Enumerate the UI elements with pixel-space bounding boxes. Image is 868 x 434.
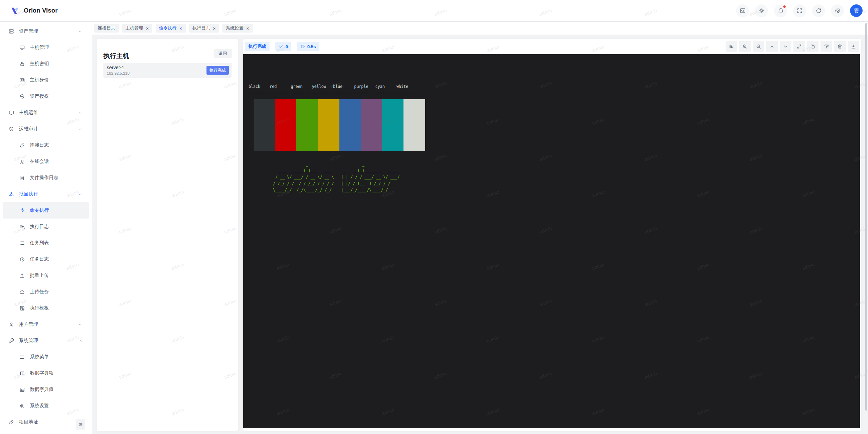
list-icon — [19, 240, 25, 246]
sidebar-item-asset-grant[interactable]: 资产授权 — [0, 88, 92, 105]
sidebar-item-label: 资产管理 — [19, 28, 38, 34]
chevron-up-icon — [769, 44, 775, 49]
copy-button[interactable] — [807, 41, 818, 52]
notification-badge — [783, 5, 786, 8]
color-block-black — [254, 99, 275, 151]
pill-label: 执行完成 — [249, 43, 266, 50]
tab-command-exec[interactable]: 命令执行× — [156, 24, 186, 33]
chevron-down-icon[interactable] — [78, 111, 82, 115]
page-scrollbar[interactable] — [865, 23, 867, 411]
table-icon — [19, 387, 25, 393]
sidebar-item-batch-exec[interactable]: 批量执行 — [0, 186, 92, 202]
sidebar-item-system-mgmt[interactable]: 系统管理 — [0, 333, 92, 349]
menu-icon — [19, 354, 25, 360]
tab-label: 执行日志 — [193, 25, 210, 31]
user-avatar[interactable]: 管 — [850, 4, 863, 17]
chevron-up-icon[interactable] — [78, 127, 82, 131]
sidebar-item-host-keys[interactable]: 主机密钥 — [0, 56, 92, 72]
sidebar-item-exec-template[interactable]: 执行模板 — [0, 300, 92, 316]
back-button[interactable]: 返回 — [214, 49, 232, 58]
sidebar-item-host-ops[interactable]: 主机运维 — [0, 105, 92, 121]
exec-status-pill: 执行完成 — [245, 42, 270, 51]
sidebar-item-host-mgmt[interactable]: 主机管理 — [0, 39, 92, 56]
tab-close-icon[interactable]: × — [213, 26, 216, 31]
sidebar-item-connect-log[interactable]: 连接日志 — [0, 137, 92, 153]
sidebar-item-dict-keys[interactable]: 数据字典项 — [0, 365, 92, 381]
theme-button[interactable] — [755, 4, 768, 17]
exec-hosts-panel: 执行主机 返回 server-1 182.92.5.218 执行完成 — [97, 39, 238, 431]
sidebar-item-label: 批量执行 — [19, 191, 38, 197]
sidebar-item-label: 连接日志 — [30, 142, 49, 148]
paint-roller-button[interactable] — [821, 41, 832, 52]
shield-icon — [19, 94, 25, 99]
sidebar-item-upload-task[interactable]: 上传任务 — [0, 284, 92, 300]
file-icon — [19, 175, 25, 181]
collapse-menu-icon — [78, 422, 83, 427]
expand-button[interactable] — [793, 41, 805, 52]
sidebar-item-file-op-log[interactable]: 文件操作日志 — [0, 170, 92, 186]
chevron-up-icon[interactable] — [78, 339, 82, 343]
zoom-out-button[interactable] — [753, 41, 764, 52]
upload-icon — [19, 273, 25, 279]
log-search-button[interactable] — [726, 41, 737, 52]
chevron-up-icon[interactable] — [78, 29, 82, 34]
shield-icon — [8, 126, 14, 132]
storage-icon — [8, 29, 14, 34]
terminal-color-blocks — [254, 99, 425, 151]
sidebar-item-command-exec[interactable]: 命令执行 — [3, 202, 89, 219]
exit-code-pill: 0 — [275, 42, 291, 51]
zoom-in-button[interactable] — [739, 41, 751, 52]
sidebar-item-task-list[interactable]: 任务列表 — [0, 235, 92, 251]
sidebar-item-online-session[interactable]: 在线会话 — [0, 153, 92, 170]
host-list-item[interactable]: server-1 182.92.5.218 执行完成 — [103, 63, 232, 78]
topbar: Orion Visor 管 — [0, 0, 868, 22]
code-window-button[interactable] — [736, 4, 749, 17]
trash-button[interactable] — [834, 41, 846, 52]
sidebar-item-dict-values[interactable]: 数据字典值 — [0, 381, 92, 398]
sidebar-item-exec-log[interactable]: 执行日志 — [0, 219, 92, 235]
settings-button[interactable] — [831, 4, 844, 17]
log-search-icon — [19, 224, 25, 230]
sidebar-collapse-button[interactable] — [76, 419, 85, 430]
zoom-in-icon — [742, 44, 748, 49]
exec-tool-buttons — [726, 41, 859, 52]
tab-connect-log[interactable]: 连接日志 — [94, 24, 119, 33]
sidebar: 资产管理主机管理主机密钥主机身份资产授权主机运维运维审计连接日志在线会话文件操作… — [0, 22, 92, 434]
scrollbar-thumb[interactable] — [865, 23, 867, 411]
sidebar-item-ops-audit[interactable]: 运维审计 — [0, 121, 92, 137]
pill-label: 0.5s — [307, 44, 316, 49]
monitor-icon — [8, 110, 14, 116]
exec-toolbar: 执行完成00.5s — [243, 39, 861, 54]
sidebar-item-asset-mgmt[interactable]: 资产管理 — [0, 23, 92, 39]
tab-close-icon[interactable]: × — [246, 26, 249, 31]
sidebar-item-label: 在线会话 — [30, 158, 49, 165]
sidebar-item-system-menu[interactable]: 系统菜单 — [0, 349, 92, 365]
tab-exec-log[interactable]: 执行日志× — [189, 24, 219, 33]
chevron-up-icon[interactable] — [78, 192, 82, 196]
sidebar-item-batch-upload[interactable]: 批量上传 — [0, 267, 92, 284]
terminal-ascii-banner: _ _ ____ _____(_)___ ____ _ __(_)_______… — [273, 161, 400, 193]
tab-close-icon[interactable]: × — [146, 26, 149, 31]
notification-button[interactable] — [774, 4, 787, 17]
chevron-down-button[interactable] — [780, 41, 791, 52]
sidebar-item-label: 项目地址 — [19, 419, 38, 425]
sidebar-item-label: 上传任务 — [30, 289, 49, 295]
code-window-icon — [739, 7, 746, 14]
sidebar-item-system-setting[interactable]: 系统设置 — [0, 398, 92, 414]
theme-sun-icon — [758, 7, 765, 14]
tab-close-icon[interactable]: × — [179, 26, 182, 31]
sidebar-item-label: 系统设置 — [30, 403, 49, 409]
refresh-button[interactable] — [812, 4, 825, 17]
chevron-down-icon[interactable] — [78, 322, 82, 327]
sidebar-item-label: 主机管理 — [30, 44, 49, 51]
wrench-icon — [8, 338, 14, 344]
sidebar-item-user-mgmt[interactable]: 用户管理 — [0, 316, 92, 333]
tab-host-mgmt[interactable]: 主机管理× — [122, 24, 152, 33]
fullscreen-button[interactable] — [793, 4, 806, 17]
terminal-output[interactable]: black red green yellow blue purple cyan … — [243, 54, 860, 428]
tab-system-setting[interactable]: 系统设置× — [222, 24, 253, 33]
download-button[interactable] — [848, 41, 859, 52]
sidebar-item-host-identity[interactable]: 主机身份 — [0, 72, 92, 88]
chevron-up-button[interactable] — [766, 41, 778, 52]
sidebar-item-task-log[interactable]: 任务日志 — [0, 251, 92, 267]
